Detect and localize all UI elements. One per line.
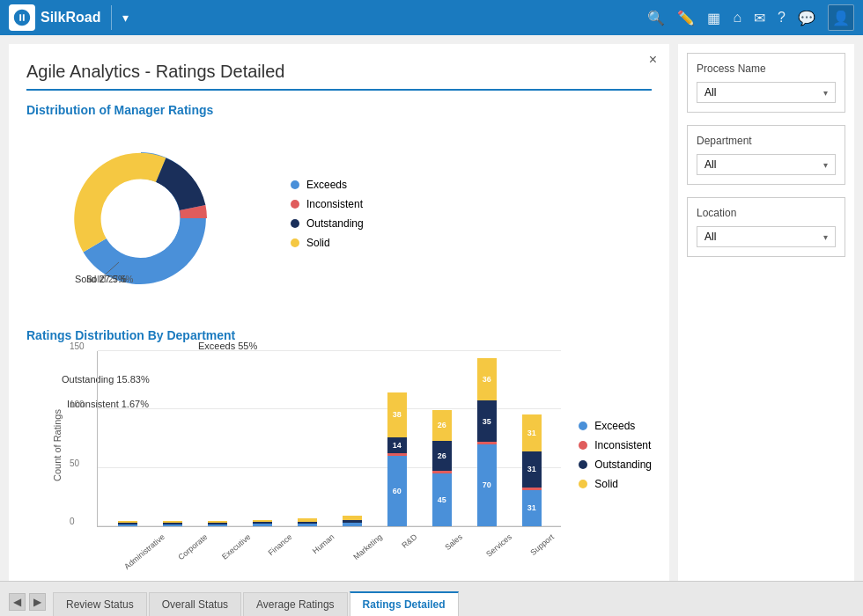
bar-segment-inconsistent [387,453,407,456]
bar-segment-outstanding [208,523,227,524]
chat-icon[interactable]: 💬 [798,10,815,26]
tab-ratings-detailed[interactable]: Ratings Detailed [350,591,459,616]
mail-icon[interactable]: ✉ [754,10,765,26]
location-arrow: ▾ [823,232,828,242]
x-label-executive: Executive [221,532,253,561]
bar-segment-outstanding [298,522,317,524]
exceeds-label: Exceeds [306,179,347,191]
x-label-human: Human [311,532,336,555]
filter-process-name: Process Name All ▾ [687,53,845,113]
bar-group: 703536 [464,351,509,526]
grid-icon[interactable]: ▦ [707,10,720,26]
bar-segment-inconsistent [432,471,452,473]
logo-icon [9,4,35,31]
bar-segment-solid [208,521,227,523]
bar-segment-exceeds: 31 [522,490,542,526]
bar-inconsistent-dot [579,441,587,450]
bar-segment-label: 60 [393,487,402,495]
donut-title: Distribution of Manager Ratings [26,103,652,117]
bar-segment-exceeds [118,524,137,526]
bar-segment-solid [163,521,182,523]
home-icon[interactable]: ⌂ [733,10,741,26]
bar-segment-solid: 26 [432,410,452,441]
bar-segment-solid: 36 [477,358,497,400]
department-value: All [704,158,716,171]
bar-segment-outstanding [118,523,137,524]
page-title: Agile Analytics - Ratings Detailed [26,62,652,91]
tab-overall-status[interactable]: Overall Status [149,592,241,616]
bar-legend-solid: Solid [579,478,652,490]
filter-location: Location All ▾ [687,197,845,257]
department-select[interactable]: All ▾ [697,154,836,175]
bar-segment-label: 31 [527,503,536,512]
bar-segment-solid: 31 [522,414,542,451]
bar-segment-solid [253,520,272,523]
bar-solid-dot [579,480,587,488]
bottom-tabs: ◀ ▶ Review Status Overall Status Average… [0,581,863,616]
help-icon[interactable]: ? [778,10,786,26]
sidebar-filters: Process Name All ▾ Department All ▾ Loca… [678,44,854,581]
tab-next[interactable]: ▶ [29,593,46,611]
bar-segment-label: 26 [438,421,446,429]
process-name-select[interactable]: All ▾ [697,82,836,103]
tab-review-status[interactable]: Review Status [53,592,147,616]
bar-segment-label: 31 [527,429,536,437]
bar-segment-outstanding: 26 [432,441,452,472]
nav-dropdown[interactable]: ▾ [122,11,129,25]
x-label-support: Support [528,532,556,557]
bar-group [329,351,374,526]
bar-segment-exceeds [208,524,227,526]
x-label-corporate: Corporate [177,532,210,561]
filter-department: Department All ▾ [687,125,845,185]
bar-segment-solid [298,518,317,522]
y-axis-label: Count of Ratings [52,411,63,481]
svg-point-0 [102,180,180,257]
search-icon[interactable]: 🔍 [647,10,665,26]
edit-icon[interactable]: ✏️ [677,10,695,26]
legend-solid: Solid [291,237,364,249]
bar-segment-label: 26 [438,451,446,460]
user-icon[interactable]: 👤 [828,4,854,31]
donut-legend: Exceeds Inconsistent Outstanding Solid [291,179,364,249]
bar-segment-exceeds: 45 [432,473,452,526]
bar-segment-solid [343,516,362,520]
bar-exceeds-label: Exceeds [594,420,635,432]
bar-legend-inconsistent: Inconsistent [579,439,652,451]
legend-inconsistent: Inconsistent [291,198,364,210]
bar-segment-label: 31 [527,465,536,473]
bar-group: 313131 [509,351,554,526]
bar-segment-outstanding: 31 [522,451,542,488]
bar-segment-label: 36 [483,375,491,384]
label-solid: Solid 27.5% [75,274,127,284]
bar-segment-exceeds [343,523,362,526]
bar-chart: 0 50 100 150 60143 [97,351,561,527]
tab-average-ratings[interactable]: Average Ratings [243,592,348,616]
outstanding-dot [291,219,299,228]
bar-group [195,351,240,526]
inconsistent-label: Inconsistent [306,198,363,210]
bar-group [284,351,329,526]
bar-group: 452626 [419,351,464,526]
donut-chart: Solid 27.5% Solid 27.5% Exceeds 55% Outs… [26,126,255,302]
inconsistent-dot [291,200,299,209]
nav-icons: 🔍 ✏️ ▦ ⌂ ✉ ? 💬 👤 [647,4,854,31]
exceeds-dot [291,180,299,189]
department-arrow: ▾ [823,160,828,170]
close-button[interactable]: × [649,53,657,67]
bar-inconsistent-label: Inconsistent [594,439,651,451]
nav-divider [111,5,112,30]
bar-segment-inconsistent [477,442,497,444]
logo: SilkRoad [9,4,100,31]
bar-segment-solid [118,521,137,523]
tab-nav-arrows: ◀ ▶ [9,593,46,616]
bar-outstanding-label: Outstanding [594,458,652,471]
bar-segment-outstanding [253,522,272,524]
bar-segment-outstanding: 14 [387,437,407,454]
content-area: × Agile Analytics - Ratings Detailed Dis… [9,44,669,581]
donut-section: Solid 27.5% Solid 27.5% Exceeds 55% Outs… [26,126,652,302]
tab-prev[interactable]: ◀ [9,593,26,611]
location-select[interactable]: All ▾ [697,226,836,247]
process-name-arrow: ▾ [823,88,828,98]
bar-segment-outstanding [343,520,362,523]
process-name-value: All [704,86,716,99]
